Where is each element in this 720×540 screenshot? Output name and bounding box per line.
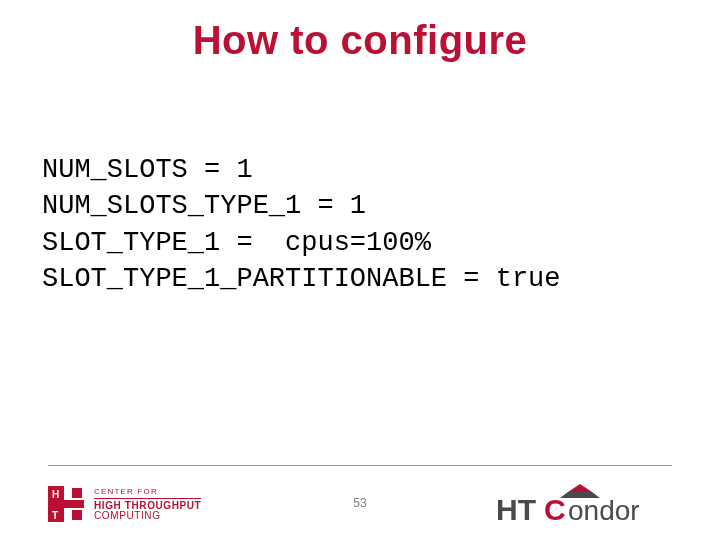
slide-title: How to configure: [0, 18, 720, 63]
svg-rect-3: [72, 510, 82, 520]
htcondor-logo: HT C ondor: [494, 480, 672, 528]
htcondor-ondor-text: ondor: [568, 495, 640, 526]
chtc-logo-icon: H T: [48, 486, 84, 522]
footer-rule: [48, 465, 672, 466]
chtc-logo-text: CENTER FOR HIGH THROUGHPUT COMPUTING: [94, 488, 201, 521]
chtc-line2: HIGH THROUGHPUT: [94, 501, 201, 511]
svg-rect-2: [72, 488, 82, 498]
svg-rect-1: [48, 500, 84, 508]
svg-text:H: H: [52, 489, 59, 500]
chtc-logo: H T CENTER FOR HIGH THROUGHPUT COMPUTING: [48, 486, 201, 522]
htcondor-c-text: C: [544, 493, 566, 526]
config-snippet: NUM_SLOTS = 1 NUM_SLOTS_TYPE_1 = 1 SLOT_…: [42, 152, 682, 298]
svg-text:T: T: [52, 510, 58, 521]
chtc-line1: CENTER FOR: [94, 488, 201, 499]
slide: How to configure NUM_SLOTS = 1 NUM_SLOTS…: [0, 0, 720, 540]
htcondor-ht-text: HT: [496, 493, 536, 526]
chtc-line3: COMPUTING: [94, 511, 201, 521]
